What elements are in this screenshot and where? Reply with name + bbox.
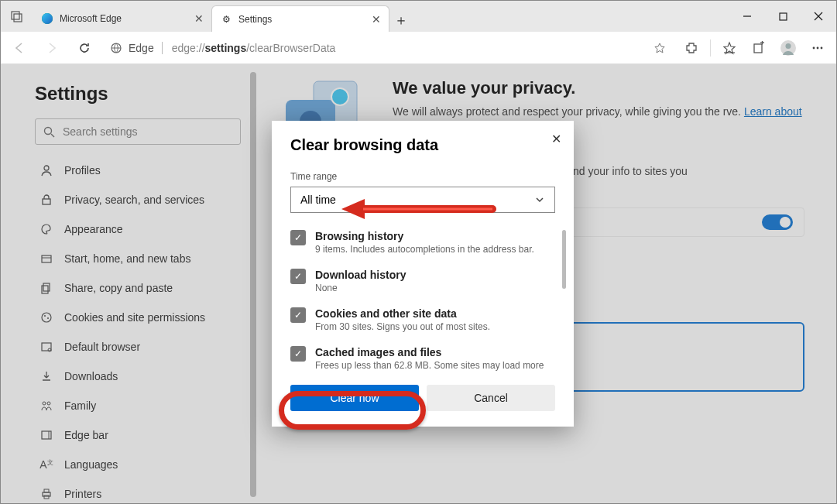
checkbox-checked-icon[interactable]: ✓ [290,269,306,284]
svg-point-30 [47,317,49,319]
svg-point-22 [44,166,49,170]
more-icon[interactable] [804,34,832,62]
svg-rect-5 [780,13,787,20]
address-bar[interactable]: Edge edge://settings/clearBrowserData [103,36,673,60]
sidebar-item-family[interactable]: Family [35,391,241,420]
sidebar-item-profiles[interactable]: Profiles [35,156,241,185]
check-browsing-history[interactable]: ✓ Browsing history9 items. Includes auto… [290,230,555,255]
dialog-title: Clear browsing data [290,136,555,154]
favorites-icon[interactable] [715,34,743,62]
lock-icon [39,194,53,206]
clear-browsing-data-dialog: ✕ Clear browsing data Time range All tim… [272,121,574,427]
check-cookies[interactable]: ✓ Cookies and other site dataFrom 30 sit… [290,307,555,332]
forward-button[interactable] [38,34,66,62]
svg-rect-12 [754,44,762,53]
scrollbar[interactable] [562,230,566,289]
profile-icon [39,164,53,177]
svg-point-20 [45,127,52,134]
minimize-button[interactable] [729,1,765,32]
sidebar-item-default-browser[interactable]: Default browser [35,332,241,362]
annotation-arrow [341,197,496,221]
tab-edge[interactable]: Microsoft Edge ✕ [33,5,211,32]
collections-icon[interactable] [745,34,773,62]
sidebar-item-appearance[interactable]: Appearance [35,214,241,244]
url-text: edge://settings/clearBrowserData [172,42,336,54]
browser-icon [39,341,53,353]
svg-rect-26 [43,283,50,291]
tab-label: Settings [238,14,272,25]
extensions-icon[interactable] [677,34,705,62]
cancel-button[interactable]: Cancel [427,385,555,411]
svg-rect-27 [42,286,48,293]
svg-rect-35 [42,431,51,439]
sidebar-item-edge-bar[interactable]: Edge bar [35,420,241,450]
printer-icon [39,488,53,500]
svg-point-16 [786,43,791,49]
sidebar-item-privacy[interactable]: Privacy, search, and services [35,185,241,214]
edge-icon [41,12,53,25]
svg-marker-9 [655,43,664,53]
appearance-icon [39,223,53,235]
svg-rect-31 [42,343,51,351]
titlebar: Microsoft Edge ✕ ⚙ Settings ✕ ＋ [1,1,836,32]
checkbox-checked-icon[interactable]: ✓ [290,346,306,362]
profile-icon[interactable] [774,34,802,62]
time-range-label: Time range [290,171,555,182]
svg-line-21 [51,134,54,137]
svg-rect-23 [43,199,50,204]
sidebar-item-cookies[interactable]: Cookies and site permissions [35,303,241,332]
tabs-icon [39,252,53,265]
toolbar: Edge edge://settings/clearBrowserData [1,32,836,64]
sidebar-icon [39,429,53,441]
download-icon [39,370,53,382]
svg-point-33 [43,402,46,405]
svg-rect-0 [12,12,19,19]
family-icon [39,399,53,412]
svg-marker-10 [724,43,735,53]
edge-page-icon [110,42,122,54]
svg-point-19 [821,46,823,49]
svg-point-17 [813,46,815,49]
svg-marker-47 [341,199,365,219]
svg-point-3 [42,13,53,24]
url-origin: Edge [129,42,163,54]
gear-icon: ⚙ [220,13,232,26]
tab-label: Microsoft Edge [60,13,122,24]
settings-title: Settings [35,83,241,105]
svg-point-18 [817,46,819,49]
cookies-icon [39,311,53,324]
annotation-highlight-ring [279,391,426,430]
svg-point-29 [44,315,46,317]
share-icon [39,282,53,294]
tab-settings[interactable]: ⚙ Settings ✕ [211,5,389,32]
close-window-button[interactable] [801,1,836,32]
new-tab-button[interactable]: ＋ [389,9,413,32]
refresh-button[interactable] [70,34,98,62]
sidebar-item-languages[interactable]: A文Languages [35,450,241,479]
toggle-switch[interactable] [762,214,793,230]
close-icon[interactable]: ✕ [372,13,381,26]
hero-title: We value your privacy. [393,78,804,98]
read-aloud-icon[interactable] [653,42,666,54]
sidebar-item-start[interactable]: Start, home, and new tabs [35,244,241,273]
back-button[interactable] [5,34,33,62]
checkbox-checked-icon[interactable]: ✓ [290,230,306,245]
close-icon[interactable]: ✕ [194,12,204,25]
languages-icon: A文 [39,458,53,471]
sidebar-item-downloads[interactable]: Downloads [35,362,241,391]
search-icon [43,126,55,138]
maximize-button[interactable] [765,1,801,32]
chevron-down-icon [534,194,545,205]
checkbox-checked-icon[interactable]: ✓ [290,307,306,323]
settings-sidebar: Settings Profiles Privacy, search, and s… [1,64,256,504]
sidebar-item-share[interactable]: Share, copy and paste [35,273,241,303]
search-settings-input[interactable] [35,118,241,145]
svg-point-28 [42,313,51,322]
svg-point-34 [47,402,50,405]
check-cached[interactable]: ✓ Cached images and filesFrees up less t… [290,346,555,371]
tab-actions-button[interactable] [3,2,31,30]
check-download-history[interactable]: ✓ Download historyNone [290,269,555,293]
sidebar-item-printers[interactable]: Printers [35,479,241,504]
svg-rect-24 [42,255,51,262]
close-icon[interactable]: ✕ [551,132,561,146]
